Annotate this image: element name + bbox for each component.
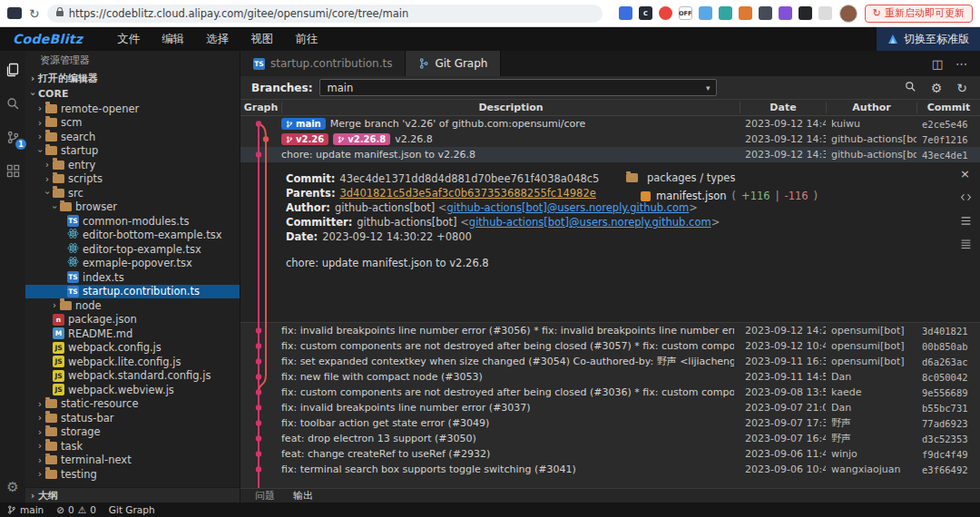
branch-badge[interactable]: v2.26 bbox=[281, 133, 328, 145]
extension-icon[interactable]: C bbox=[639, 6, 652, 20]
tag-badge[interactable]: v2.26.8 bbox=[333, 133, 390, 145]
parent-hash-link[interactable]: 3d401821c5d3e5af3c0b637353688255fc14982e bbox=[339, 187, 595, 200]
extension-icon[interactable] bbox=[699, 6, 712, 20]
search-icon[interactable] bbox=[5, 95, 21, 112]
menu-go[interactable]: 前往 bbox=[284, 32, 328, 47]
source-control-icon[interactable]: 1 bbox=[5, 129, 21, 145]
address-bar[interactable]: https://codeblitz.cloud.alipay.com/gitee… bbox=[47, 5, 603, 23]
commit-row[interactable]: fix: new file with compact node (#3053)2… bbox=[240, 369, 980, 385]
window-icon[interactable] bbox=[7, 7, 22, 19]
more-actions-icon[interactable]: ⋯ bbox=[956, 57, 967, 71]
tree-item-startup[interactable]: ›startup bbox=[25, 144, 240, 159]
tree-item-scripts[interactable]: ›scripts bbox=[25, 172, 240, 187]
graph-settings-icon[interactable]: ⚙ bbox=[931, 81, 943, 95]
tree-item-webpack.lite.config.js[interactable]: JSwebpack.lite.config.js bbox=[25, 355, 240, 369]
tree-item-storage[interactable]: ›storage bbox=[25, 425, 240, 440]
changed-file[interactable]: manifest.json (+116|-116) bbox=[626, 190, 818, 202]
chevron-right-icon: › bbox=[34, 118, 45, 128]
commit-row-partial[interactable] bbox=[240, 477, 980, 488]
explorer-icon[interactable] bbox=[5, 62, 21, 78]
tab-startup-contribution[interactable]: TS startup.contribution.ts bbox=[240, 51, 406, 76]
extension-icon[interactable] bbox=[719, 6, 732, 20]
commit-row[interactable]: chore: update manifest.json to v2.26.820… bbox=[240, 147, 980, 162]
outline-section[interactable]: › 大纲 bbox=[25, 487, 240, 502]
commit-row[interactable]: fix: terminal search box supports toggle… bbox=[240, 462, 980, 477]
tree-item-package.json[interactable]: npackage.json bbox=[25, 313, 240, 327]
tree-item-scm[interactable]: ›scm bbox=[25, 116, 240, 131]
profile-avatar[interactable] bbox=[839, 5, 858, 23]
commit-row[interactable]: fix: set expanded contextkey when size c… bbox=[240, 354, 980, 369]
menu-view[interactable]: 视图 bbox=[240, 32, 284, 47]
restart-update-button[interactable]: ↻ 重新启动即可更新 bbox=[865, 5, 973, 23]
tree-item-README.md[interactable]: MREADME.md bbox=[25, 327, 240, 341]
reload-icon[interactable]: ↻ bbox=[29, 7, 40, 20]
tree-item-static-resource[interactable]: ›static-resource bbox=[25, 397, 240, 412]
menu-selection[interactable]: 选择 bbox=[195, 32, 240, 47]
code-review-icon[interactable] bbox=[960, 191, 972, 206]
tree-item-browser[interactable]: ›browser bbox=[25, 200, 240, 215]
commit-author: kuiwu bbox=[826, 118, 916, 130]
extension-icon[interactable] bbox=[799, 6, 812, 20]
url-text[interactable]: https://codeblitz.cloud.alipay.com/gitee… bbox=[69, 7, 409, 20]
branch-badge[interactable]: main bbox=[281, 118, 326, 130]
tree-item-webpack.webview.js[interactable]: JSwebpack.webview.js bbox=[25, 383, 240, 397]
tree-item-editor-bottom-example.tsx[interactable]: editor-bottom-example.tsx bbox=[25, 229, 240, 243]
core-section[interactable]: › CORE bbox=[25, 86, 240, 102]
compact-view-icon[interactable] bbox=[960, 239, 972, 253]
extension-icon[interactable] bbox=[759, 6, 772, 20]
tree-item-editor-top-example.tsx[interactable]: editor-top-example.tsx bbox=[25, 242, 240, 257]
settings-gear-icon[interactable]: ⚙ bbox=[5, 479, 21, 495]
extension-icon[interactable] bbox=[659, 6, 672, 20]
statusbar-problems[interactable]: ⊘0 ⚠0 bbox=[56, 504, 96, 515]
open-editors-section[interactable]: › 打开的编辑器 bbox=[25, 71, 240, 86]
tree-item-terminal-next[interactable]: ›terminal-next bbox=[25, 454, 240, 468]
commit-row[interactable]: mainMerge branch 'v2.26' of github.com:o… bbox=[240, 116, 980, 132]
tree-item-index.ts[interactable]: TSindex.ts bbox=[25, 270, 240, 285]
commit-row[interactable]: feat: change createRef to useRef (#2932)… bbox=[240, 446, 980, 462]
commit-row[interactable]: fix: invalid breakpoints line number err… bbox=[240, 400, 980, 415]
tree-item-exmaple-popover.tsx[interactable]: exmaple-popover.tsx bbox=[25, 257, 240, 271]
extension-icon[interactable] bbox=[739, 6, 752, 20]
tab-git-graph[interactable]: Git Graph bbox=[406, 51, 501, 76]
changed-folder[interactable]: packages / types bbox=[626, 171, 818, 184]
branch-dropdown[interactable]: main ▾ bbox=[319, 79, 717, 96]
commit-row[interactable]: v2.26v2.26.8v2.26.82023-09-12 14:30githu… bbox=[240, 132, 980, 147]
commit-row[interactable]: fix: toolbar action get state error (#30… bbox=[240, 415, 980, 431]
tree-item-remote-opener[interactable]: ›remote-opener bbox=[25, 102, 240, 116]
extension-icon[interactable] bbox=[779, 6, 792, 20]
commit-row[interactable]: fix: custom components are not destroyed… bbox=[240, 385, 980, 400]
tree-item-src[interactable]: ›src bbox=[25, 186, 240, 200]
author-email-link[interactable]: github-actions[bot]@users.noreply.github… bbox=[447, 201, 690, 214]
menu-edit[interactable]: 编辑 bbox=[151, 32, 195, 47]
tree-item-search[interactable]: ›search bbox=[25, 130, 240, 144]
commit-row[interactable]: fix: custom components are not destroyed… bbox=[240, 338, 980, 354]
close-icon[interactable]: × bbox=[960, 167, 970, 180]
split-editor-icon[interactable]: ◫ bbox=[932, 57, 943, 71]
tree-item-webpack.standard.config.js[interactable]: JSwebpack.standard.config.js bbox=[25, 369, 240, 384]
menu-file[interactable]: 文件 bbox=[106, 32, 151, 47]
tree-item-status-bar[interactable]: ›status-bar bbox=[25, 411, 240, 425]
problems-tab[interactable]: 问题 bbox=[255, 489, 275, 502]
tree-item-node[interactable]: ›node bbox=[25, 298, 240, 313]
extension-icon[interactable]: OFF bbox=[679, 6, 692, 20]
tree-item-startup.contribution.ts[interactable]: TSstartup.contribution.ts bbox=[25, 285, 240, 299]
commit-row[interactable]: fix: invalid breakpoints line number err… bbox=[240, 323, 980, 338]
file-list-icon[interactable] bbox=[960, 215, 972, 229]
tree-item-webpack.config.js[interactable]: JSwebpack.config.js bbox=[25, 341, 240, 356]
refresh-graph-icon[interactable]: ↻ bbox=[956, 81, 967, 95]
tree-item-testing[interactable]: ›testing bbox=[25, 467, 240, 482]
switch-standard-button[interactable]: 切换至标准版 bbox=[877, 27, 980, 51]
extension-icon[interactable] bbox=[818, 6, 832, 20]
find-commit-icon[interactable] bbox=[905, 81, 916, 95]
committer-email-link[interactable]: github-actions[bot]@users.noreply.github… bbox=[469, 216, 711, 229]
statusbar-view[interactable]: Git Graph bbox=[109, 504, 155, 515]
commit-row[interactable]: feat: drop electron 13 support (#3050)20… bbox=[240, 431, 980, 446]
statusbar-branch[interactable]: main bbox=[7, 504, 44, 515]
tree-item-task[interactable]: ›task bbox=[25, 439, 240, 454]
extensions-icon[interactable] bbox=[5, 162, 21, 179]
commit-hash: 77ad6923 bbox=[916, 418, 980, 429]
extension-icon[interactable] bbox=[619, 6, 632, 20]
output-tab[interactable]: 输出 bbox=[293, 489, 313, 502]
tree-item-entry[interactable]: ›entry bbox=[25, 158, 240, 172]
tree-item-common-modules.ts[interactable]: TScommon-modules.ts bbox=[25, 214, 240, 229]
